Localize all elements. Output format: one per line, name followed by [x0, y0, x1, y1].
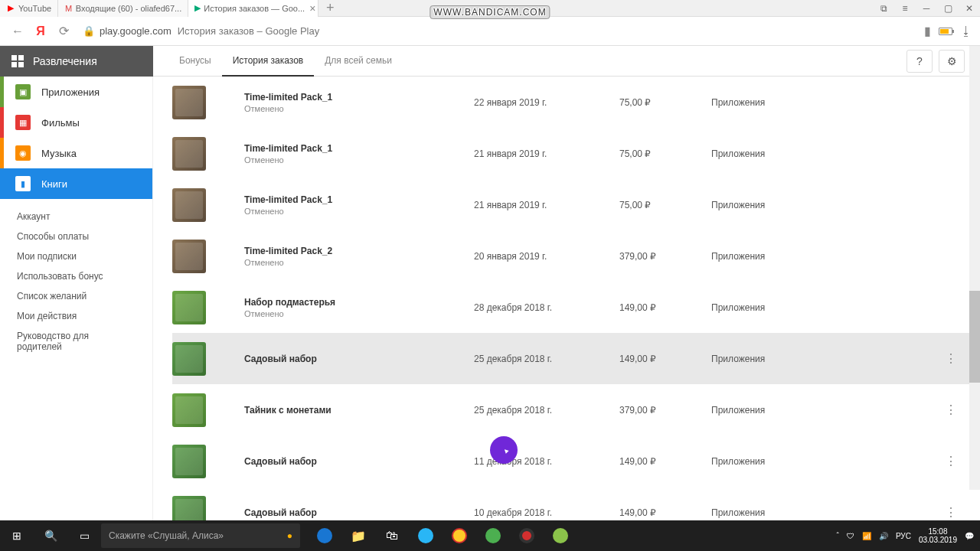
sidebar-link[interactable]: Способы оплаты — [0, 227, 152, 246]
order-category: Приложения — [711, 405, 803, 416]
help-button[interactable]: ? — [906, 50, 933, 73]
tray-chevron-icon[interactable]: ˆ — [837, 532, 839, 540]
order-date: 20 января 2019 г. — [474, 251, 619, 262]
order-title: Time-limited Pack_1 — [244, 143, 474, 154]
order-price: 75,00 ₽ — [619, 148, 711, 159]
close-button[interactable]: ✕ — [959, 0, 980, 17]
order-date: 21 января 2019 г. — [474, 148, 619, 159]
order-date: 10 декабря 2018 г. — [474, 507, 619, 518]
order-date: 25 декабря 2018 г. — [474, 354, 619, 364]
order-thumbnail — [172, 240, 206, 273]
taskbar-app-explorer[interactable]: 📁 — [341, 520, 375, 551]
pin-icon[interactable]: ⧉ — [873, 0, 894, 17]
order-name-col: Time-limited Pack_1Отменено — [244, 194, 474, 216]
taskbar-app-yandex[interactable] — [443, 520, 476, 551]
scrollbar-thumb[interactable] — [969, 291, 980, 383]
scrollbar[interactable] — [969, 46, 980, 490]
sidebar: ▣Приложения ▦Фильмы ◉Музыка ▮Книги Аккау… — [0, 77, 153, 520]
order-price: 75,00 ₽ — [619, 200, 711, 210]
taskbar-app-edge[interactable] — [308, 520, 341, 551]
search-icon[interactable]: 🔍 — [34, 520, 67, 551]
order-price: 379,00 ₽ — [619, 251, 711, 262]
taskbar-app-whatsapp[interactable] — [476, 520, 510, 551]
assistant-search[interactable]: Скажите «Слушай, Алиса» ● — [101, 523, 300, 548]
entertainment-label: Развлечения — [33, 55, 97, 67]
taskbar-app-store[interactable]: 🛍 — [375, 520, 409, 551]
order-row[interactable]: Садовый набор11 декабря 2018 г.149,00 ₽П… — [172, 435, 980, 487]
tray-language[interactable]: РУС — [896, 532, 911, 540]
sidebar-item-books[interactable]: ▮Книги — [0, 168, 152, 199]
tray-network-icon[interactable]: 📶 — [862, 532, 871, 540]
order-thumbnail — [172, 137, 206, 171]
order-row[interactable]: Набор подмастерьяОтменено28 декабря 2018… — [172, 282, 980, 333]
sidebar-link[interactable]: Список желаний — [0, 286, 152, 306]
sidebar-link[interactable]: Мои действия — [0, 306, 152, 326]
order-row[interactable]: Time-limited Pack_1Отменено22 января 201… — [172, 77, 980, 128]
settings-button[interactable]: ⚙ — [939, 50, 965, 73]
tray-clock[interactable]: 15:08 03.03.2019 — [919, 527, 957, 544]
maximize-button[interactable]: ▢ — [937, 0, 959, 17]
start-button[interactable]: ⊞ — [0, 520, 34, 551]
tab-bonuses[interactable]: Бонусы — [168, 46, 222, 77]
url-title: История заказов – Google Play — [178, 25, 320, 37]
book-icon: ▮ — [15, 176, 31, 191]
sidebar-link[interactable]: Мои подписки — [0, 246, 152, 266]
browser-tab-youtube[interactable]: ▶ YouTube — [0, 0, 58, 17]
more-menu-icon[interactable]: ⋮ — [945, 505, 957, 520]
sidebar-link[interactable]: Аккаунт — [0, 207, 152, 227]
order-row[interactable]: Time-limited Pack_2Отменено20 января 201… — [172, 230, 980, 282]
play-section-header[interactable]: Развлечения — [0, 46, 153, 77]
back-button[interactable]: ← — [8, 21, 28, 41]
order-category: Приложения — [711, 302, 803, 313]
system-tray: ˆ 🛡 📶 🔊 РУС 15:08 03.03.2019 💬 — [837, 527, 980, 544]
reload-button[interactable]: ⟳ — [54, 21, 74, 41]
minimize-button[interactable]: ─ — [916, 0, 937, 17]
url-field[interactable]: 🔒 play.google.com История заказов – Goog… — [77, 25, 924, 37]
task-view-icon[interactable]: ▭ — [67, 520, 101, 551]
sidebar-item-label: Музыка — [41, 148, 77, 159]
order-title: Time-limited Pack_2 — [244, 246, 474, 256]
yandex-icon[interactable]: Я — [31, 21, 51, 41]
more-menu-icon[interactable]: ⋮ — [945, 403, 957, 417]
taskbar-app-telegram[interactable] — [409, 520, 443, 551]
order-date: 28 декабря 2018 г. — [474, 302, 619, 313]
tray-notifications-icon[interactable]: 💬 — [965, 532, 974, 540]
order-row[interactable]: Time-limited Pack_1Отменено21 января 201… — [172, 179, 980, 230]
sidebar-item-music[interactable]: ◉Музыка — [0, 138, 152, 168]
tray-defender-icon[interactable]: 🛡 — [847, 532, 854, 540]
bookmark-icon[interactable]: ▮ — [924, 24, 931, 38]
order-thumbnail — [172, 188, 206, 222]
order-row[interactable]: Садовый набор10 декабря 2018 г.149,00 ₽П… — [172, 487, 980, 520]
tab-family[interactable]: Для всей семьи — [314, 46, 403, 77]
play-header: Развлечения Бонусы История заказов Для в… — [0, 46, 980, 77]
downloads-icon[interactable]: ⭳ — [960, 24, 972, 38]
sidebar-link[interactable]: Руководство для родителей — [0, 326, 152, 357]
order-title: Time-limited Pack_1 — [244, 92, 474, 103]
new-tab-button[interactable]: + — [318, 0, 341, 16]
sidebar-item-movies[interactable]: ▦Фильмы — [0, 107, 152, 138]
more-menu-icon[interactable]: ⋮ — [945, 454, 957, 468]
sidebar-link[interactable]: Использовать бонус — [0, 266, 152, 286]
sidebar-item-apps[interactable]: ▣Приложения — [0, 77, 152, 107]
tray-time: 15:08 — [919, 527, 957, 536]
menu-icon[interactable]: ≡ — [894, 0, 916, 17]
tray-volume-icon[interactable]: 🔊 — [879, 532, 888, 540]
order-price: 149,00 ₽ — [619, 507, 711, 518]
sidebar-item-label: Фильмы — [41, 117, 80, 129]
close-icon[interactable]: × — [309, 2, 315, 15]
order-row[interactable]: Садовый набор25 декабря 2018 г.149,00 ₽П… — [172, 333, 980, 384]
youtube-icon: ▶ — [6, 4, 15, 13]
order-title: Садовый набор — [244, 507, 474, 518]
tab-order-history[interactable]: История заказов — [222, 46, 315, 77]
mic-icon[interactable]: ● — [287, 530, 292, 541]
taskbar-app-game[interactable] — [544, 520, 577, 551]
browser-tab-gmail[interactable]: M Входящие (60) - oliafed67... — [58, 0, 188, 17]
browser-tab-play[interactable]: ▶ История заказов — Goo... × — [188, 0, 318, 17]
address-bar: ← Я ⟳ 🔒 play.google.com История заказов … — [0, 17, 980, 46]
more-menu-icon[interactable]: ⋮ — [945, 351, 957, 366]
order-date: 25 декабря 2018 г. — [474, 405, 619, 416]
order-date: 21 января 2019 г. — [474, 200, 619, 210]
order-row[interactable]: Тайник с монетами25 декабря 2018 г.379,0… — [172, 384, 980, 435]
taskbar-app-bandicam[interactable] — [510, 520, 544, 551]
order-row[interactable]: Time-limited Pack_1Отменено21 января 201… — [172, 128, 980, 179]
